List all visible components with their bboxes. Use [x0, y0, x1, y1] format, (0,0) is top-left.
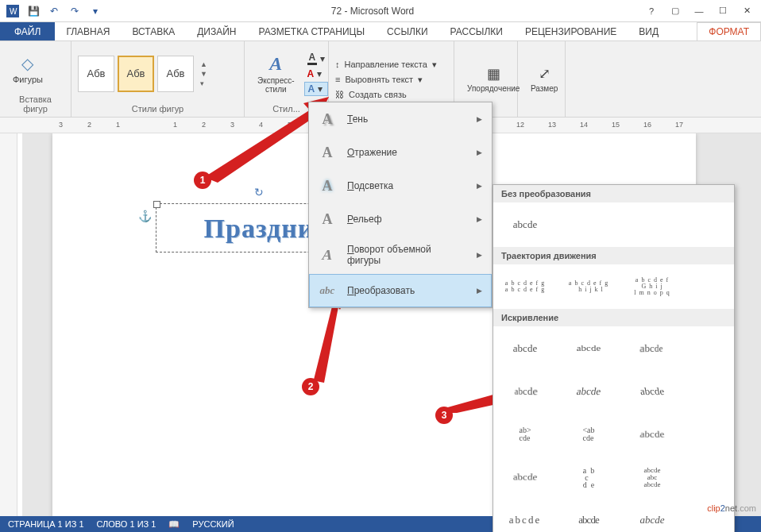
redo-icon[interactable]: ↷: [65, 2, 84, 21]
preset-path-arch-up[interactable]: a b c d e f ga b c d e f g: [503, 272, 547, 301]
reflection-icon: A: [319, 144, 336, 161]
chevron-right-icon: ▶: [477, 148, 482, 156]
shape-style-3[interactable]: Абв: [157, 56, 194, 92]
status-proofing-icon[interactable]: 📖: [168, 519, 180, 530]
menu-3d-rotation[interactable]: A Поворот объемной фигуры ▶: [309, 236, 492, 274]
callout-3: 3: [435, 407, 453, 424]
wordart-a-icon: A: [269, 53, 282, 75]
callout-1: 1: [194, 172, 211, 189]
preset-warp-11[interactable]: a b cd e: [566, 463, 611, 492]
close-icon[interactable]: ✕: [736, 3, 758, 19]
menu-shadow[interactable]: A Тень ▶: [309, 102, 492, 136]
text-effects-menu: A Тень ▶ A Отражение ▶ A Подсветка ▶ A Р…: [308, 102, 493, 308]
preset-path-arch-down[interactable]: a b c d e f g h i j k l: [566, 272, 611, 301]
section-no-transform: Без преобразования: [493, 185, 734, 202]
preset-path-circle[interactable]: a b c d e fG h i jl m n o p q: [630, 272, 674, 301]
status-language[interactable]: РУССКИЙ: [192, 519, 234, 529]
text-outline-button[interactable]: A▾: [304, 67, 329, 80]
preset-warp-8[interactable]: <abcde: [566, 420, 611, 449]
preset-none[interactable]: abcde: [503, 210, 547, 239]
bevel-icon: A: [319, 210, 336, 228]
preset-warp-9[interactable]: abcde: [626, 423, 678, 449]
help-icon[interactable]: ?: [640, 3, 662, 19]
title-bar: W 💾 ↶ ↷ ▾ 72 - Microsoft Word ? ▢ — ☐ ✕: [0, 0, 761, 22]
preset-warp-6[interactable]: abcde: [628, 377, 677, 406]
word-icon[interactable]: W: [3, 2, 22, 21]
chevron-right-icon: ▶: [477, 215, 482, 223]
size-button[interactable]: ⤢Размер: [524, 62, 564, 96]
style-more-icon[interactable]: ▾: [200, 79, 207, 87]
align-icon: ≡: [335, 75, 340, 84]
chevron-right-icon: ▶: [477, 115, 482, 123]
tab-review[interactable]: РЕЦЕНЗИРОВАНИЕ: [514, 22, 628, 40]
tab-view[interactable]: ВИД: [628, 22, 670, 40]
text-fill-button[interactable]: A▾: [304, 51, 329, 66]
text-direction-button[interactable]: ↕Направление текста ▾: [335, 59, 437, 71]
transform-icon: abc: [319, 282, 336, 299]
glow-icon: A: [319, 177, 336, 195]
file-tab[interactable]: ФАЙЛ: [0, 22, 55, 40]
tab-layout[interactable]: РАЗМЕТКА СТРАНИЦЫ: [248, 22, 377, 40]
minimize-icon[interactable]: —: [688, 3, 710, 19]
direction-icon: ↕: [335, 60, 340, 69]
tab-mailings[interactable]: РАССЫЛКИ: [439, 22, 514, 40]
preset-warp-10[interactable]: abcde: [499, 462, 551, 488]
save-icon[interactable]: 💾: [24, 2, 43, 21]
window-title: 72 - Microsoft Word: [105, 6, 640, 17]
preset-warp-4[interactable]: abcde: [507, 375, 550, 408]
qat-more-icon[interactable]: ▾: [86, 2, 105, 21]
chevron-right-icon: ▶: [477, 251, 482, 259]
create-link-button[interactable]: ⛓Создать связь: [335, 89, 407, 100]
group-insert-shapes: ◇ Фигуры Вставка фигур: [0, 41, 71, 117]
tab-design[interactable]: ДИЗАЙН: [186, 22, 247, 40]
preset-warp-14[interactable]: abcde: [566, 506, 611, 532]
section-warp: Искривление: [493, 309, 734, 326]
menu-transform[interactable]: abc Преобразовать ▶: [309, 274, 492, 307]
menu-reflection[interactable]: A Отражение ▶: [309, 136, 492, 169]
tab-references[interactable]: ССЫЛКИ: [376, 22, 438, 40]
style-scroll-down-icon[interactable]: ▼: [200, 70, 207, 78]
link-icon: ⛓: [335, 90, 344, 99]
style-scroll-up-icon[interactable]: ▲: [200, 60, 207, 68]
shapes-button[interactable]: ◇ Фигуры: [6, 51, 49, 87]
preset-warp-5[interactable]: abcde: [564, 377, 613, 406]
tab-insert[interactable]: ВСТАВКА: [121, 22, 186, 40]
rotation-3d-icon: A: [317, 246, 338, 264]
status-words[interactable]: СЛОВО 1 ИЗ 1: [97, 519, 156, 529]
preset-warp-13[interactable]: abcde: [503, 506, 547, 532]
menu-bevel[interactable]: A Рельеф ▶: [309, 202, 492, 236]
group-size: ⤢Размер: [518, 41, 566, 117]
shape-style-2[interactable]: Абв: [118, 56, 154, 92]
undo-icon[interactable]: ↶: [44, 2, 64, 21]
preset-warp-12[interactable]: abcdeabcabcde: [630, 463, 674, 492]
menu-glow[interactable]: A Подсветка ▶: [309, 169, 492, 202]
preset-warp-3[interactable]: abcde: [628, 332, 670, 365]
size-icon: ⤢: [539, 65, 550, 83]
express-styles-button[interactable]: A Экспресс- стили: [251, 50, 301, 97]
svg-text:W: W: [10, 7, 17, 16]
shadow-icon: A: [319, 110, 336, 128]
arrange-icon: ▦: [487, 65, 500, 83]
status-page[interactable]: СТРАНИЦА 1 ИЗ 1: [8, 519, 84, 529]
maximize-icon[interactable]: ☐: [712, 3, 734, 19]
ribbon-tabs: ФАЙЛ ГЛАВНАЯ ВСТАВКА ДИЗАЙН РАЗМЕТКА СТР…: [0, 22, 761, 41]
text-effects-button[interactable]: A▾: [304, 82, 329, 96]
chevron-right-icon: ▶: [477, 287, 482, 295]
preset-warp-7[interactable]: ab>cde: [503, 420, 547, 449]
vertical-ruler[interactable]: [0, 133, 17, 516]
window-controls: ? ▢ — ☐ ✕: [640, 3, 761, 19]
arrange-button[interactable]: ▦Упорядочение: [461, 62, 526, 96]
chevron-right-icon: ▶: [477, 182, 482, 190]
preset-warp-15[interactable]: abcde: [630, 506, 674, 532]
shape-style-1[interactable]: Абв: [78, 56, 114, 92]
align-text-button[interactable]: ≡Выровнять текст ▾: [335, 74, 423, 86]
tab-format[interactable]: ФОРМАТ: [697, 22, 761, 40]
preset-warp-1[interactable]: abcde: [503, 334, 547, 363]
transform-panel: Без преобразования abcde Траектория движ…: [493, 184, 735, 532]
preset-warp-2[interactable]: abcde: [566, 337, 611, 361]
shapes-icon: ◇: [21, 54, 33, 73]
tab-home[interactable]: ГЛАВНАЯ: [55, 22, 121, 40]
callout-2: 2: [302, 378, 319, 395]
ribbon-options-icon[interactable]: ▢: [664, 3, 686, 19]
rotate-handle-icon[interactable]: ↻: [254, 186, 264, 199]
